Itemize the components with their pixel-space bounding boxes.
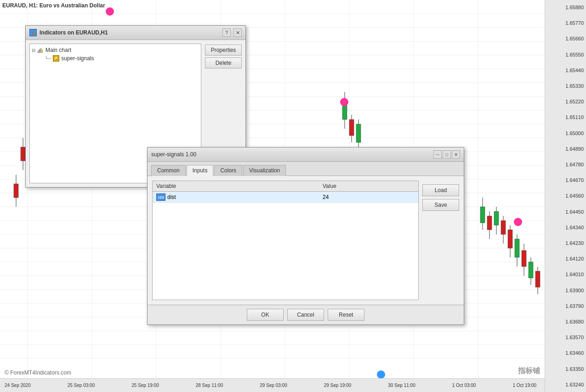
svg-rect-70: [39, 49, 40, 53]
signal-dot-blue: [377, 370, 385, 379]
tree-indicator-item[interactable]: └─ super-signals: [32, 54, 199, 62]
indicators-dialog-help-button[interactable]: ?: [222, 28, 231, 37]
chart-title: EURAUD, H1: Euro vs Australian Dollar: [2, 2, 105, 9]
row-value: 24: [323, 194, 415, 200]
watermark: © ForexMT4Indicators.com: [5, 369, 71, 376]
tab-inputs[interactable]: Inputs: [187, 165, 214, 176]
tree-main-chart: ⊟ Main chart: [32, 46, 199, 54]
signal-dot-1: [106, 7, 114, 16]
price-1.63240: 1.63240: [547, 382, 584, 387]
price-1.64010: 1.64010: [547, 272, 584, 277]
price-1.64560: 1.64560: [547, 193, 584, 199]
delete-button[interactable]: Delete: [205, 57, 242, 68]
time-8: 1 Oct 03:00: [452, 383, 476, 388]
svg-rect-43: [480, 207, 485, 223]
svg-rect-72: [42, 50, 43, 53]
price-1.65110: 1.65110: [547, 114, 584, 120]
time-2: 25 Sep 03:00: [68, 383, 95, 388]
ss-close-button[interactable]: ✕: [452, 150, 460, 159]
price-1.65770: 1.65770: [547, 20, 584, 26]
price-1.65550: 1.65550: [547, 52, 584, 57]
price-1.65220: 1.65220: [547, 99, 584, 104]
watermark-cn: 指标铺: [518, 366, 540, 376]
signal-dot-3: [514, 218, 522, 226]
ss-body: Variable Value 123 dist 24 Load Save: [148, 176, 464, 305]
ss-title: super-signals 1.00: [151, 151, 432, 158]
ok-button[interactable]: OK: [247, 309, 284, 321]
price-1.64450: 1.64450: [547, 209, 584, 215]
price-1.63790: 1.63790: [547, 303, 584, 309]
signal-dot-2: [340, 98, 348, 106]
price-1.63350: 1.63350: [547, 366, 584, 372]
col-value: Value: [323, 183, 415, 189]
price-1.63460: 1.63460: [547, 350, 584, 356]
svg-rect-57: [529, 262, 533, 278]
time-6: 29 Sep 19:00: [324, 383, 352, 388]
tree-main-chart-label: Main chart: [46, 47, 71, 53]
ss-table: Variable Value 123 dist 24: [152, 181, 419, 300]
svg-rect-47: [494, 211, 499, 225]
svg-rect-71: [40, 48, 41, 53]
ss-bottom-actions: OK Cancel Reset: [148, 305, 464, 324]
time-7: 30 Sep 11:00: [388, 383, 415, 388]
svg-rect-49: [501, 221, 506, 234]
indicators-dialog-close-button[interactable]: ✕: [233, 28, 242, 37]
properties-button[interactable]: Properties: [205, 45, 242, 56]
svg-rect-66: [31, 33, 32, 35]
reset-button[interactable]: Reset: [328, 309, 364, 321]
price-1.64120: 1.64120: [547, 256, 584, 261]
row-variable: dist: [167, 194, 323, 200]
price-1.65000: 1.65000: [547, 131, 584, 136]
svg-rect-51: [508, 230, 512, 248]
svg-rect-59: [535, 271, 540, 287]
price-1.65660: 1.65660: [547, 36, 584, 41]
price-1.65880: 1.65880: [547, 5, 584, 10]
price-1.64340: 1.64340: [547, 225, 584, 230]
price-axis: 1.65880 1.65770 1.65660 1.65550 1.65440 …: [545, 0, 586, 392]
load-button[interactable]: Load: [422, 184, 459, 196]
svg-rect-55: [522, 250, 526, 267]
ss-titlebar: super-signals 1.00 ─ □ ✕: [148, 148, 464, 162]
variable-type-icon: 123: [156, 193, 165, 201]
tab-colors[interactable]: Colors: [214, 165, 242, 176]
col-variable: Variable: [156, 183, 323, 189]
indicators-dialog-titlebar: Indicators on EURAUD,H1 ? ✕: [26, 26, 245, 40]
cancel-button[interactable]: Cancel: [287, 309, 324, 321]
price-1.65440: 1.65440: [547, 68, 584, 73]
ss-maximize-button[interactable]: □: [443, 150, 451, 159]
price-1.64670: 1.64670: [547, 177, 584, 183]
price-1.64230: 1.64230: [547, 240, 584, 246]
tree-connector-icon: └─: [45, 56, 51, 61]
tree-indicator-label: super-signals: [61, 55, 94, 62]
time-9: 1 Oct 19:00: [512, 383, 536, 388]
indicators-dialog-title: Indicators on EURAUD,H1: [40, 29, 220, 36]
svg-rect-37: [21, 147, 25, 161]
tab-common[interactable]: Common: [151, 165, 186, 176]
indicator-icon: [53, 55, 59, 62]
tab-visualization[interactable]: Visualization: [243, 165, 286, 176]
price-1.63680: 1.63680: [547, 319, 584, 324]
svg-rect-67: [32, 32, 33, 35]
price-1.64890: 1.64890: [547, 146, 584, 152]
svg-rect-45: [487, 216, 492, 230]
svg-rect-68: [34, 31, 34, 35]
tree-expand-icon: ⊟: [32, 48, 35, 53]
time-1: 24 Sep 2020: [5, 383, 31, 388]
time-3: 25 Sep 19:00: [131, 383, 159, 388]
save-button[interactable]: Save: [422, 199, 459, 211]
time-4: 28 Sep 11:00: [196, 383, 223, 388]
indicators-dialog-icon: [29, 29, 37, 36]
chart-icon: [37, 47, 44, 53]
table-row[interactable]: 123 dist 24: [153, 192, 418, 203]
time-axis: 24 Sep 2020 25 Sep 03:00 25 Sep 19:00 28…: [0, 378, 545, 392]
svg-rect-63: [349, 119, 354, 136]
supersignals-dialog: super-signals 1.00 ─ □ ✕ Common Inputs C…: [147, 147, 464, 325]
price-1.63570: 1.63570: [547, 335, 584, 340]
ss-tabs: Common Inputs Colors Visualization: [148, 162, 464, 176]
svg-rect-69: [38, 51, 39, 53]
svg-rect-35: [14, 184, 18, 198]
ss-table-header: Variable Value: [153, 181, 418, 192]
ss-side-actions: Load Save: [422, 181, 459, 300]
ss-minimize-button[interactable]: ─: [433, 150, 442, 159]
svg-rect-65: [356, 124, 361, 142]
